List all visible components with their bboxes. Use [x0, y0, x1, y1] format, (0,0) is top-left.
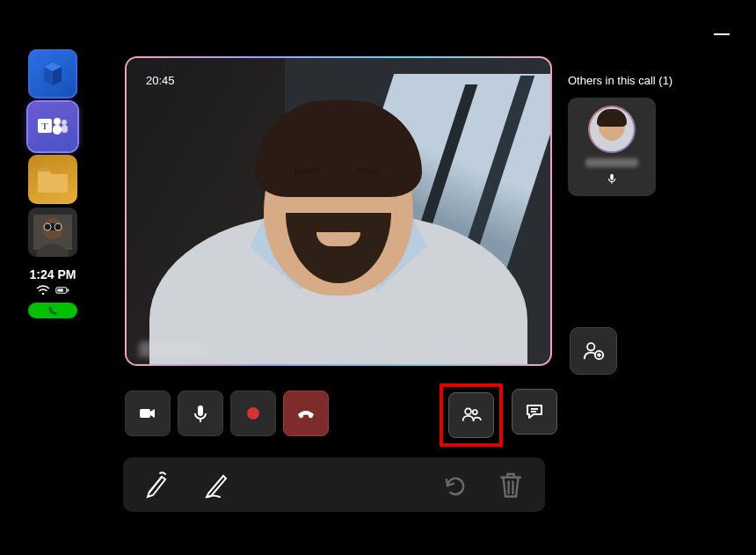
add-person-icon: [582, 340, 605, 362]
trash-icon: [496, 469, 526, 500]
people-button[interactable]: [448, 392, 494, 438]
svg-point-16: [587, 343, 594, 350]
hangup-icon: [295, 403, 316, 424]
chat-icon: [524, 401, 545, 422]
record-icon: [243, 403, 264, 424]
call-controls-right: [440, 383, 557, 447]
call-controls-left: [125, 391, 329, 436]
people-icon: [461, 405, 482, 426]
svg-rect-12: [57, 288, 62, 291]
others-panel: Others in this call (1): [568, 74, 721, 196]
undo-icon: [440, 470, 469, 500]
mic-button[interactable]: [178, 391, 223, 436]
sidebar: T 1:24 PM: [21, 49, 84, 318]
clock: 1:24 PM: [30, 267, 76, 281]
camera-button[interactable]: [125, 391, 171, 436]
m365-icon: [39, 60, 67, 88]
avatar-icon: [28, 208, 77, 257]
main-video: 20:45: [127, 58, 550, 364]
svg-point-24: [465, 408, 471, 414]
battery-icon: [55, 285, 69, 296]
svg-point-0: [54, 118, 61, 125]
hangup-button[interactable]: [283, 391, 329, 436]
phone-icon: [47, 305, 58, 316]
main-video-tile[interactable]: 20:45: [125, 56, 552, 366]
record-button[interactable]: [230, 391, 276, 436]
sidebar-app-files[interactable]: [28, 155, 77, 204]
svg-rect-3: [62, 125, 68, 133]
ink-toolbar: [123, 457, 545, 512]
teams-icon: T: [38, 117, 68, 136]
svg-rect-13: [68, 288, 69, 291]
camera-icon: [137, 403, 158, 424]
delete-button[interactable]: [496, 470, 526, 500]
sidebar-app-m365[interactable]: [28, 49, 77, 99]
call-duration: 20:45: [146, 74, 175, 87]
svg-rect-20: [140, 409, 150, 418]
svg-point-25: [473, 410, 477, 414]
svg-point-10: [42, 293, 45, 296]
svg-rect-7: [44, 223, 62, 230]
ongoing-call-indicator[interactable]: [28, 303, 77, 318]
pen-icon: [142, 470, 172, 500]
folder-icon: [35, 164, 70, 194]
undo-button[interactable]: [440, 470, 469, 500]
pen-tool[interactable]: [142, 470, 172, 500]
sidebar-app-teams[interactable]: T: [28, 102, 77, 151]
people-button-highlight: [440, 383, 503, 447]
sidebar-user-avatar[interactable]: [28, 208, 77, 257]
mic-icon: [606, 172, 618, 185]
other-participant-tile[interactable]: [568, 98, 656, 196]
participant-portrait: [127, 58, 550, 364]
other-name-blurred: [585, 158, 638, 167]
svg-rect-21: [198, 405, 203, 416]
status-icons: [36, 285, 69, 296]
pencil-tool[interactable]: [202, 470, 232, 500]
chat-button[interactable]: [512, 389, 557, 435]
others-title: Others in this call (1): [568, 74, 721, 87]
svg-point-23: [247, 407, 259, 420]
wifi-icon: [36, 285, 50, 296]
svg-rect-14: [610, 174, 614, 180]
mic-icon: [190, 403, 211, 424]
svg-rect-1: [53, 125, 62, 135]
participant-name-blurred: [139, 341, 207, 357]
other-avatar: [588, 106, 636, 153]
minimize-button[interactable]: [714, 33, 730, 35]
pencil-icon: [202, 470, 232, 500]
svg-point-2: [62, 120, 67, 125]
other-mic-status: [606, 172, 618, 188]
add-people-button[interactable]: [570, 327, 617, 375]
